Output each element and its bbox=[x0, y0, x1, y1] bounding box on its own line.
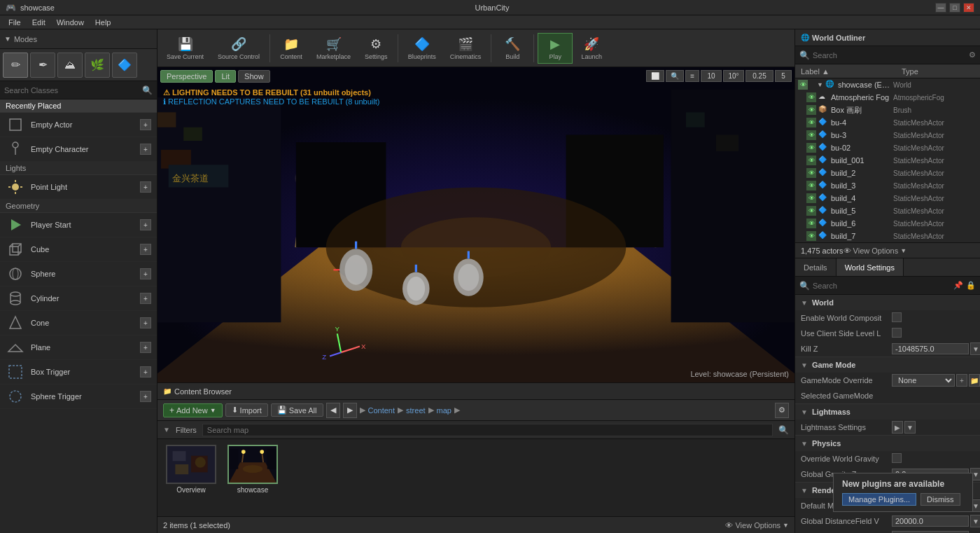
killz-dropdown[interactable]: ▼ bbox=[970, 342, 980, 355]
close-button[interactable]: ✕ bbox=[963, 3, 974, 13]
dismiss-button[interactable]: Dismiss bbox=[920, 493, 960, 506]
outliner-item-build001[interactable]: 👁 🔷 build_001 StaticMeshActor bbox=[795, 154, 980, 167]
vp-tool-1[interactable]: ⬜ bbox=[646, 70, 664, 82]
menu-file[interactable]: File bbox=[3, 18, 27, 27]
play-button[interactable]: ▶ Play bbox=[538, 33, 573, 64]
manage-plugins-button[interactable]: Manage Plugins... bbox=[842, 493, 916, 506]
game-mode-new[interactable]: + bbox=[956, 374, 967, 387]
menu-edit[interactable]: Edit bbox=[27, 18, 51, 27]
dist-field-dropdown[interactable]: ▼ bbox=[970, 515, 980, 527]
details-search-pin[interactable]: 📌 bbox=[953, 281, 963, 290]
content-item-showcase[interactable]: showcase bbox=[225, 445, 281, 494]
vis-toggle-5[interactable]: 👁 bbox=[806, 130, 816, 140]
player-start-add[interactable]: + bbox=[140, 219, 151, 230]
tab-details[interactable]: Details bbox=[795, 258, 836, 276]
vis-toggle-11[interactable]: 👁 bbox=[806, 206, 816, 216]
nav-back[interactable]: ◀ bbox=[326, 403, 340, 418]
cube-add[interactable]: + bbox=[140, 244, 151, 255]
vp-tool-2[interactable]: 🔍 bbox=[666, 70, 684, 82]
camera-speed[interactable]: 5 bbox=[775, 70, 792, 82]
vis-toggle-6[interactable]: 👁 bbox=[806, 143, 816, 153]
outliner-item-bu3[interactable]: 👁 🔷 bu-3 StaticMeshActor bbox=[795, 129, 980, 141]
angle-size[interactable]: 10° bbox=[723, 70, 744, 82]
lit-button[interactable]: Lit bbox=[215, 70, 236, 83]
killz-input[interactable] bbox=[892, 343, 969, 354]
filters-label[interactable]: Filters bbox=[176, 426, 197, 434]
blueprints-button[interactable]: 🔷 Blueprints bbox=[402, 33, 442, 64]
box-trigger-add[interactable]: + bbox=[140, 366, 151, 378]
place-item-cone[interactable]: Cone + bbox=[0, 311, 157, 335]
lightmass-dropdown[interactable]: ▼ bbox=[904, 421, 916, 434]
content-search-input[interactable] bbox=[202, 424, 773, 436]
vis-toggle-7[interactable]: 👁 bbox=[806, 155, 816, 165]
category-geometry[interactable]: Geometry bbox=[0, 200, 157, 213]
tab-world-settings[interactable]: World Settings bbox=[836, 258, 904, 276]
source-control-button[interactable]: 🔗 Source Control bbox=[211, 33, 266, 64]
perspective-button[interactable]: Perspective bbox=[160, 70, 213, 83]
override-gravity-checkbox[interactable] bbox=[892, 453, 902, 463]
category-recently-placed[interactable]: Recently Placed bbox=[0, 99, 157, 113]
game-mode-browse[interactable]: 📁 bbox=[969, 374, 980, 387]
col-type[interactable]: Type bbox=[896, 67, 980, 76]
outliner-search-settings[interactable]: ⚙ bbox=[969, 50, 976, 60]
outliner-item-bu02[interactable]: 👁 🔷 bu-02 StaticMeshActor bbox=[795, 141, 980, 154]
nav-forward[interactable]: ▶ bbox=[343, 403, 357, 418]
vis-toggle-8[interactable]: 👁 bbox=[806, 168, 816, 178]
scale-size[interactable]: 0.25 bbox=[746, 70, 774, 82]
category-lights[interactable]: Lights bbox=[0, 162, 157, 175]
place-item-cube[interactable]: Cube + bbox=[0, 237, 157, 262]
place-item-sphere[interactable]: Sphere + bbox=[0, 262, 157, 286]
outliner-view-options[interactable]: 👁 View Options ▼ bbox=[844, 247, 907, 255]
outliner-item-build6[interactable]: 👁 🔷 build_6 StaticMeshActor bbox=[795, 217, 980, 230]
empty-actor-add[interactable]: + bbox=[140, 119, 151, 130]
vis-toggle-13[interactable]: 👁 bbox=[806, 231, 816, 241]
settings-button[interactable]: ⚙ Settings bbox=[358, 33, 394, 64]
place-item-plane[interactable]: Plane + bbox=[0, 335, 157, 360]
sphere-add[interactable]: + bbox=[140, 268, 151, 279]
menu-help[interactable]: Help bbox=[90, 18, 117, 27]
place-item-box-trigger[interactable]: Box Trigger + bbox=[0, 360, 157, 385]
vis-toggle[interactable]: 👁 bbox=[798, 80, 808, 90]
place-item-empty-character[interactable]: Empty Character + bbox=[0, 137, 157, 162]
path-content[interactable]: Content bbox=[368, 406, 396, 415]
outliner-item-build7[interactable]: 👁 🔷 build_7 StaticMeshActor bbox=[795, 230, 980, 242]
outliner-item-atm-fog[interactable]: 👁 ☁ Atmospheric Fog AtmosphericFog bbox=[795, 91, 980, 104]
dist-field-input[interactable] bbox=[892, 515, 969, 527]
launch-button[interactable]: 🚀 Launch bbox=[574, 33, 609, 64]
empty-character-add[interactable]: + bbox=[140, 144, 151, 155]
outliner-item-build2[interactable]: 👁 🔷 build_2 StaticMeshActor bbox=[795, 167, 980, 179]
outliner-search-input[interactable] bbox=[813, 51, 969, 60]
viewport[interactable]: 金兴茶道 bbox=[158, 67, 794, 382]
details-search-lock[interactable]: 🔒 bbox=[966, 281, 976, 290]
search-classes-input[interactable] bbox=[4, 86, 142, 95]
outliner-item-box-brush[interactable]: 👁 📦 Box 画刷 Brush bbox=[795, 104, 980, 116]
mode-geometry[interactable]: 🔷 bbox=[112, 53, 137, 78]
add-new-button[interactable]: + Add New ▼ bbox=[163, 403, 223, 417]
path-map[interactable]: map bbox=[437, 406, 451, 415]
vis-toggle-3[interactable]: 👁 bbox=[806, 105, 816, 115]
vp-tool-3[interactable]: ≡ bbox=[685, 70, 699, 82]
content-view-options[interactable]: 👁 View Options ▼ bbox=[725, 521, 789, 529]
content-item-overview[interactable]: Overview bbox=[163, 445, 219, 494]
lightmass-header[interactable]: ▼ Lightmass bbox=[795, 404, 980, 420]
col-label[interactable]: Label ▲ bbox=[795, 67, 896, 76]
build-button[interactable]: 🔨 Build bbox=[495, 33, 530, 64]
mode-paint[interactable]: ✒ bbox=[30, 53, 55, 78]
place-item-sphere-trigger[interactable]: Sphere Trigger + bbox=[0, 385, 157, 409]
content-button[interactable]: 📁 Content bbox=[274, 33, 309, 64]
mode-landscape[interactable]: ⛰ bbox=[57, 53, 83, 78]
vis-toggle-2[interactable]: 👁 bbox=[806, 92, 816, 102]
outliner-item-build3[interactable]: 👁 🔷 build_3 StaticMeshActor bbox=[795, 179, 980, 192]
vis-toggle-4[interactable]: 👁 bbox=[806, 118, 816, 127]
path-settings-button[interactable]: ⚙ bbox=[775, 403, 789, 418]
lightmass-expand[interactable]: ▶ bbox=[892, 421, 903, 434]
save-all-button[interactable]: 💾 Save All bbox=[271, 403, 323, 417]
outliner-item-build4[interactable]: 👁 🔷 build_4 StaticMeshActor bbox=[795, 192, 980, 205]
sphere-trigger-add[interactable]: + bbox=[140, 391, 151, 402]
import-button[interactable]: ⬇ Import bbox=[225, 403, 268, 417]
grid-size[interactable]: 10 bbox=[701, 70, 722, 82]
client-checkbox[interactable] bbox=[892, 328, 902, 338]
vis-toggle-12[interactable]: 👁 bbox=[806, 219, 816, 228]
plane-add[interactable]: + bbox=[140, 342, 151, 353]
outliner-item-showcase-editor[interactable]: 👁 ▼ 🌐 showcase (Editor) World bbox=[795, 78, 980, 91]
